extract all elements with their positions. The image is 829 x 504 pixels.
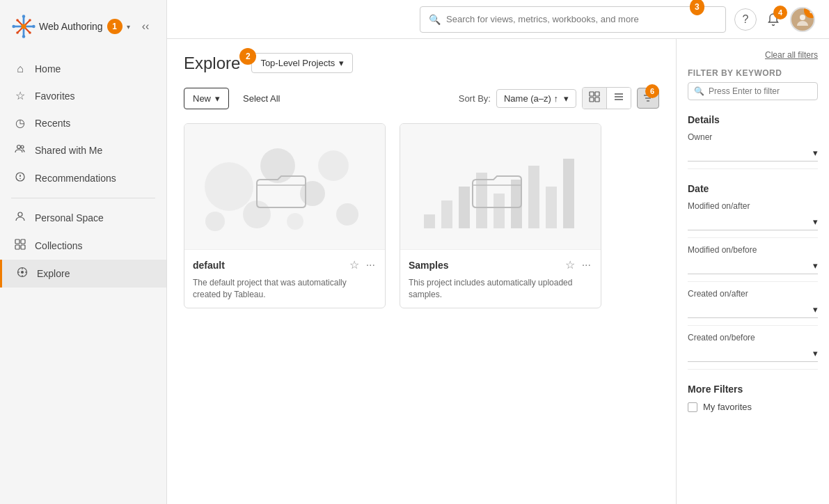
filter-created-after-dropdown[interactable]: ▾ (688, 301, 818, 318)
shared-icon (14, 143, 26, 157)
sidebar-item-shared-with-me[interactable]: Shared with Me (0, 136, 166, 164)
card-thumbnail-samples (400, 124, 601, 249)
favorites-icon: ☆ (14, 89, 26, 102)
svg-point-9 (29, 31, 31, 34)
recommendations-icon (14, 171, 26, 185)
filter-keyword-input-wrap[interactable]: 🔍 (688, 82, 818, 100)
sort-dropdown-icon: ▾ (564, 93, 569, 104)
sidebar-item-explore[interactable]: Explore (0, 260, 166, 288)
more-options-button-samples[interactable]: ··· (581, 258, 592, 273)
svg-rect-20 (21, 239, 25, 244)
filter-date-group: Date Modified on/after ▾ Modified on/bef… (688, 183, 818, 370)
clear-filters-button[interactable]: Clear all filters (765, 50, 818, 60)
filter-more-title: More Filters (688, 384, 818, 395)
notifications-button[interactable]: 4 (762, 8, 784, 31)
collapse-sidebar-button[interactable]: ‹‹ (136, 17, 155, 36)
sidebar-item-recents[interactable]: ◷ Recents (0, 109, 166, 136)
sort-dropdown[interactable]: Name (a–z) ↑ ▾ (496, 89, 576, 108)
svg-point-7 (32, 25, 35, 29)
sidebar-item-label: Home (35, 63, 61, 74)
logo-area (11, 14, 36, 39)
filter-modified-before-label: Modified on/before (688, 245, 818, 255)
select-all-button[interactable]: Select All (237, 88, 285, 109)
card-name: Samples (409, 260, 449, 271)
filter-my-favorites-checkbox[interactable] (688, 402, 697, 412)
filter-created-before-dropdown[interactable]: ▾ (688, 345, 818, 362)
filter-modified-after-dropdown[interactable]: ▾ (688, 214, 818, 230)
list-view-button[interactable] (607, 88, 631, 109)
filter-owner-dropdown-chevron: ▾ (813, 148, 818, 158)
sidebar-item-recommendations[interactable]: Recommendations (0, 164, 166, 192)
filter-date-title: Date (688, 183, 818, 194)
personal-space-icon (14, 211, 26, 225)
svg-point-5 (22, 35, 26, 38)
new-dropdown-icon: ▾ (215, 93, 220, 104)
svg-point-46 (287, 213, 303, 230)
filter-my-favorites-row[interactable]: My favorites (688, 402, 818, 412)
nav-divider-1 (11, 198, 155, 198)
new-button-label: New (193, 93, 211, 104)
sort-value: Name (a–z) ↑ (504, 93, 558, 104)
search-bar[interactable]: 🔍 3 (420, 6, 726, 33)
favorite-button-default[interactable]: ☆ (348, 257, 361, 273)
svg-rect-49 (441, 200, 452, 228)
filter-my-favorites-label: My favorites (703, 402, 752, 412)
sidebar-navigation: ⌂ Home ☆ Favorites ◷ Recents Shared with… (0, 50, 166, 504)
favorite-button-samples[interactable]: ☆ (564, 257, 576, 273)
filter-owner-dropdown[interactable]: ▾ (688, 145, 818, 162)
filter-panel-toggle-button[interactable]: 6 (637, 88, 659, 109)
user-avatar-button[interactable]: 5 (790, 7, 815, 32)
filter-keyword-input[interactable] (709, 86, 812, 96)
explore-icon (16, 267, 29, 281)
filter-created-after-label: Created on/after (688, 289, 818, 299)
project-card-default[interactable]: default ☆ ··· The default project that w… (184, 123, 386, 308)
help-button[interactable]: ? (734, 8, 757, 31)
svg-point-40 (205, 162, 253, 211)
svg-rect-52 (494, 194, 505, 228)
card-actions-default: ☆ ··· (348, 257, 377, 273)
project-card-samples[interactable]: Samples ☆ ··· This project includes auto… (400, 123, 601, 308)
card-thumbnail-default (184, 124, 385, 249)
chevron-down-icon: ▾ (813, 260, 818, 271)
filter-created-before-label: Created on/before (688, 333, 818, 342)
grid-view-button[interactable] (583, 88, 607, 109)
chevron-down-icon: ▾ (813, 304, 818, 315)
default-project-thumbnail (194, 131, 375, 242)
new-button[interactable]: New ▾ (184, 88, 229, 109)
search-input[interactable] (446, 14, 702, 24)
svg-rect-48 (424, 214, 435, 228)
svg-rect-21 (15, 245, 19, 249)
filter-modified-after-field: Modified on/after ▾ (688, 201, 818, 230)
filter-separator-2 (688, 237, 818, 238)
filter-modified-before-dropdown[interactable]: ▾ (688, 258, 818, 274)
content-area: Explore 2 Top-Level Projects ▾ New ▾ Sel… (167, 39, 829, 504)
filter-panel: Clear all filters Filter by keyword 🔍 De… (676, 39, 829, 504)
svg-rect-33 (595, 97, 599, 102)
site-dropdown-icon: ▾ (127, 23, 130, 31)
sidebar-item-collections[interactable]: Collections (0, 232, 166, 260)
sidebar-item-favorites[interactable]: ☆ Favorites (0, 82, 166, 109)
view-toggle (582, 87, 631, 109)
toolbar-left: New ▾ Select All (184, 88, 286, 109)
home-icon: ⌂ (14, 63, 26, 75)
chevron-down-icon: ▾ (813, 216, 818, 227)
site-badge: 1 (107, 19, 123, 34)
card-info-samples: Samples ☆ ··· This project includes auto… (400, 249, 601, 308)
sidebar-item-personal-space[interactable]: Personal Space (0, 204, 166, 232)
svg-rect-22 (21, 245, 25, 249)
more-options-button-default[interactable]: ··· (365, 258, 377, 273)
tableau-logo-icon (11, 14, 36, 39)
list-icon (613, 91, 624, 102)
sidebar-item-label: Collections (35, 240, 82, 251)
card-name-row-samples: Samples ☆ ··· (409, 257, 592, 273)
svg-rect-54 (528, 166, 539, 228)
svg-rect-30 (590, 92, 594, 96)
filter-keyword-label: Filter by keyword (688, 68, 818, 78)
sidebar-item-home[interactable]: ⌂ Home (0, 56, 166, 82)
sidebar: Web Authoring 1 ▾ ‹‹ ⌂ Home ☆ Favorites … (0, 0, 167, 504)
filter-separator-3 (688, 281, 818, 282)
view-selector-dropdown[interactable]: 2 Top-Level Projects ▾ (251, 53, 353, 73)
filter-created-before-field: Created on/before ▾ (688, 333, 818, 362)
filter-modified-after-label: Modified on/after (688, 201, 818, 211)
svg-point-47 (336, 203, 358, 226)
